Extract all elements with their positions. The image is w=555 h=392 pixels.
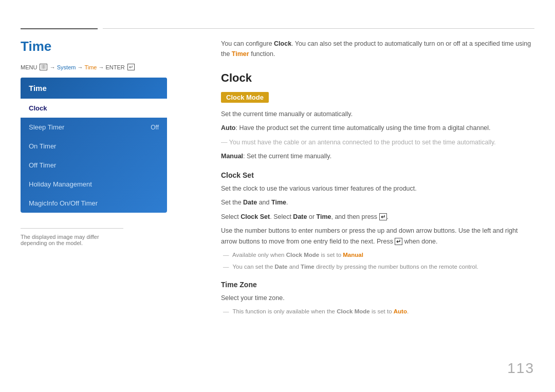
disclaimer-block: The displayed image may differ depending…: [21, 228, 123, 246]
left-panel: Time MENU III → System → Time → ENTER ↵ …: [21, 39, 206, 246]
time-bold: Time: [271, 199, 286, 206]
clock-set-bold: Clock Set: [240, 213, 270, 220]
date-bold: Date: [243, 199, 257, 206]
note2-time: Time: [301, 264, 314, 270]
sidebar-item-on-label: On Timer: [29, 142, 56, 150]
disclaimer-text: The displayed image may differ depending…: [21, 234, 123, 246]
enter-icon: ↵: [127, 64, 135, 70]
note1-manual: Manual: [343, 252, 363, 258]
clock-mode-badge: Clock Mode: [221, 92, 269, 103]
time-zone-note: This function is only available when the…: [221, 307, 534, 316]
note1: Available only when Clock Mode is set to…: [221, 250, 534, 259]
note2: You can set the Date and Time directly b…: [221, 262, 534, 271]
right-panel: You can configure Clock. You can also se…: [221, 39, 534, 319]
auto-note-dash: ―: [221, 139, 229, 146]
section-title-clock: Clock: [221, 71, 534, 85]
clock-mode-desc: Set the current time manually or automat…: [221, 109, 534, 120]
sidebar-item-magicinfo-label: MagicInfo On/Off Timer: [29, 199, 98, 207]
clock-set-desc4: Use the number buttons to enter numbers …: [221, 226, 534, 248]
auto-note: ― You must have the cable or an antenna …: [221, 137, 534, 148]
note2-date: Date: [275, 264, 288, 270]
intro-text3: function.: [249, 50, 275, 58]
enter-ref2: ↵: [395, 238, 402, 245]
sidebar-item-sleep-label: Sleep Timer: [29, 123, 64, 131]
sidebar-item-magicinfo[interactable]: MagicInfo On/Off Timer: [21, 194, 167, 213]
top-bar-dark: [21, 28, 98, 29]
time-zone-title: Time Zone: [221, 281, 534, 289]
tz-auto: Auto: [394, 308, 407, 314]
sidebar-header: Time: [21, 78, 167, 99]
clock-set-desc3: Select Clock Set. Select Date or Time, a…: [221, 212, 534, 222]
date-bold2: Date: [293, 213, 307, 220]
clock-set-title: Clock Set: [221, 171, 534, 179]
menu-path: MENU III → System → Time → ENTER ↵: [21, 64, 206, 70]
sidebar-item-clock[interactable]: Clock: [21, 99, 167, 118]
sidebar-item-on-timer[interactable]: On Timer: [21, 137, 167, 156]
enter-ref: ↵: [379, 213, 387, 220]
clock-set-desc1: Set the clock to use the various various…: [221, 183, 534, 194]
sidebar-item-holiday-label: Holiday Management: [29, 180, 92, 188]
top-bar-light: [103, 28, 534, 29]
sidebar-item-sleep-timer[interactable]: Sleep Timer Off: [21, 118, 167, 137]
tz-clockmode: Clock Mode: [337, 308, 370, 314]
sidebar-item-off-label: Off Timer: [29, 161, 56, 169]
sidebar-item-off-timer[interactable]: Off Timer: [21, 156, 167, 175]
sidebar-menu: Time Clock Sleep Timer Off On Timer Off …: [21, 78, 167, 213]
note1-clockmode: Clock Mode: [286, 252, 320, 258]
manual-desc: Manual: Set the current time manually.: [221, 151, 534, 162]
menu-label: MENU: [21, 64, 37, 70]
sidebar-item-sleep-value: Off: [151, 124, 159, 131]
time-link: Time: [84, 64, 97, 70]
page-title: Time: [21, 39, 206, 54]
system-link: System: [57, 64, 76, 70]
sidebar-title: Time: [29, 84, 47, 92]
auto-label: Auto: [221, 124, 235, 132]
sidebar-item-holiday[interactable]: Holiday Management: [21, 175, 167, 194]
time-zone-desc: Select your time zone.: [221, 293, 534, 304]
intro-clock-bold: Clock: [274, 40, 291, 47]
intro-text1: You can configure: [221, 40, 274, 47]
page-number: 113: [507, 360, 534, 377]
manual-label: Manual: [221, 153, 243, 160]
intro-timer-link: Timer: [232, 50, 249, 58]
auto-note-text: You must have the cable or an antenna co…: [229, 139, 496, 146]
auto-desc: Auto: Have the product set the current t…: [221, 123, 534, 134]
intro-text: You can configure Clock. You can also se…: [221, 39, 534, 59]
sidebar-item-clock-label: Clock: [29, 104, 47, 112]
clock-set-desc2: Set the Date and Time.: [221, 197, 534, 208]
time-bold2: Time: [317, 213, 331, 220]
menu-icon: III: [40, 64, 47, 70]
